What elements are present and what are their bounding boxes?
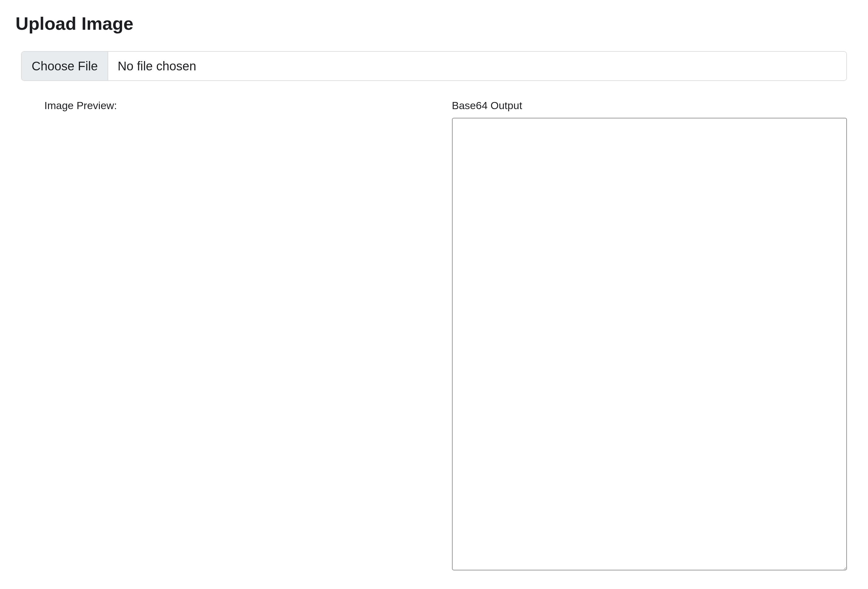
content-row: Image Preview: Base64 Output	[21, 99, 847, 572]
file-input-container: Choose File No file chosen	[21, 51, 847, 81]
file-name-display: No file chosen	[108, 52, 846, 80]
file-input[interactable]: Choose File No file chosen	[21, 51, 847, 81]
choose-file-button[interactable]: Choose File	[22, 52, 108, 80]
base64-output-textarea[interactable]	[452, 118, 847, 570]
page-title: Upload Image	[16, 13, 852, 34]
image-preview-section: Image Preview:	[21, 99, 440, 572]
base64-output-section: Base64 Output	[452, 99, 847, 572]
base64-output-label: Base64 Output	[452, 99, 847, 112]
image-preview-label: Image Preview:	[44, 99, 440, 112]
